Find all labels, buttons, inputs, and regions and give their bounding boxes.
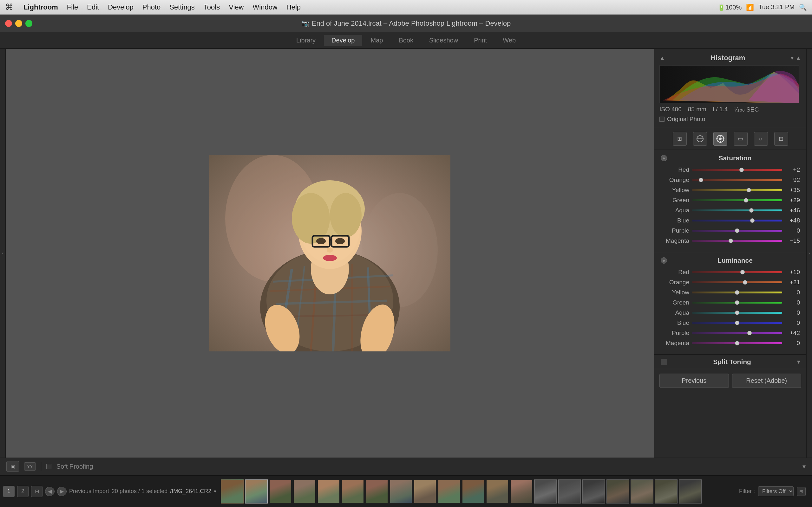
sat-red-track[interactable] [692,169,782,171]
filmstrip-file-dropdown[interactable]: ▾ [214,488,216,494]
sat-orange-thumb[interactable] [699,178,703,182]
lum-aqua-track[interactable] [692,312,782,314]
lum-purple-thumb[interactable] [747,331,752,335]
thumb-6[interactable] [341,480,364,504]
view-mode-button[interactable]: ▣ [6,461,19,472]
right-panel-toggle[interactable]: › [806,49,812,458]
thumb-1[interactable] [221,480,244,504]
tab-slideshow[interactable]: Slideshow [421,35,466,46]
tab-book[interactable]: Book [391,35,421,46]
sat-aqua-thumb[interactable] [749,208,754,213]
thumb-9[interactable] [414,480,437,504]
sat-yellow-thumb[interactable] [747,188,751,192]
sat-green-track[interactable] [692,199,782,201]
soft-proofing-checkbox[interactable] [46,464,51,469]
grid-tool[interactable]: ⊞ [673,132,687,146]
sat-blue-track[interactable] [692,220,782,222]
lum-red-track[interactable] [692,271,782,273]
lum-yellow-track[interactable] [692,291,782,293]
thumb-20[interactable] [679,480,702,504]
apple-logo[interactable]: ⌘ [5,2,13,12]
tab-map[interactable]: Map [363,35,391,46]
left-panel-toggle[interactable]: ‹ [0,49,6,458]
close-button[interactable] [5,20,12,27]
lum-green-thumb[interactable] [735,300,740,305]
rating-mode-button[interactable]: YY [24,462,36,470]
thumb-2[interactable] [245,480,268,504]
lum-orange-track[interactable] [692,281,782,283]
sat-magenta-track[interactable] [692,240,782,242]
filmstrip-prev-button[interactable]: ◀ [45,487,55,496]
thumb-8[interactable] [390,480,412,504]
circle-tool[interactable]: ○ [754,132,768,146]
luminance-toggle[interactable]: ● [661,257,667,264]
lum-red-thumb[interactable] [740,270,745,274]
thumb-19[interactable] [655,480,677,504]
target-tool[interactable] [713,132,727,146]
thumb-11[interactable] [462,480,485,504]
thumb-4[interactable] [293,480,316,504]
dropdown-icon[interactable]: ▾ [803,463,806,470]
menu-edit[interactable]: Edit [87,3,99,11]
menu-window[interactable]: Window [253,3,277,11]
tab-web[interactable]: Web [495,35,523,46]
lum-yellow-thumb[interactable] [735,290,740,295]
menu-file[interactable]: File [67,3,78,11]
reset-button[interactable]: Reset (Adobe) [732,374,802,388]
thumb-13[interactable] [510,480,533,504]
menu-develop[interactable]: Develop [108,3,134,11]
menu-photo[interactable]: Photo [142,3,161,11]
thumb-7[interactable] [365,480,388,504]
tab-print[interactable]: Print [466,35,495,46]
histogram-dropdown-icon[interactable]: ▾ [791,55,794,61]
sat-aqua-track[interactable] [692,210,782,211]
lum-purple-track[interactable] [692,332,782,334]
menu-search-icon[interactable]: 🔍 [799,3,807,11]
lum-blue-thumb[interactable] [735,321,740,325]
lum-orange-thumb[interactable] [743,280,747,285]
page-2-button[interactable]: 2 [17,486,29,497]
sat-purple-track[interactable] [692,230,782,232]
thumb-10[interactable] [438,480,461,504]
page-1-button[interactable]: 1 [3,486,14,497]
thumb-17[interactable] [606,480,629,504]
previous-button[interactable]: Previous [659,374,729,388]
maximize-button[interactable] [26,20,32,27]
filter-options-button[interactable]: ⊞ [797,487,806,496]
filmstrip-grid-button[interactable]: ⊞ [31,486,43,497]
saturation-toggle[interactable]: ● [661,155,667,161]
tab-develop[interactable]: Develop [324,35,362,46]
sat-orange-track[interactable] [692,179,782,181]
split-toning-section[interactable]: Split Toning ▾ [654,354,806,369]
filmstrip-file[interactable]: /IMG_2641.CR2 [170,488,211,495]
menu-help[interactable]: Help [287,3,301,11]
thumb-18[interactable] [630,480,653,504]
filmstrip-next-button[interactable]: ▶ [57,487,67,496]
sat-purple-thumb[interactable] [735,228,740,233]
thumb-5[interactable] [317,480,340,504]
sat-yellow-track[interactable] [692,189,782,191]
slider-tool[interactable]: ⊟ [774,132,788,146]
lum-blue-track[interactable] [692,322,782,324]
filter-select[interactable]: Filters Off [758,487,794,496]
sat-green-thumb[interactable] [744,198,748,203]
thumb-12[interactable] [486,480,509,504]
minimize-button[interactable] [15,20,22,27]
lum-magenta-thumb[interactable] [735,341,740,345]
menu-lightroom[interactable]: Lightroom [23,3,58,11]
menu-view[interactable]: View [229,3,244,11]
thumb-14[interactable] [534,480,557,504]
rect-tool[interactable]: ▭ [734,132,748,146]
tab-library[interactable]: Library [289,35,323,46]
thumb-3[interactable] [269,480,292,504]
menu-tools[interactable]: Tools [204,3,220,11]
lum-green-track[interactable] [692,302,782,303]
sat-blue-thumb[interactable] [750,218,755,223]
crop-tool[interactable] [693,132,707,146]
sat-red-thumb[interactable] [740,168,744,172]
thumb-15[interactable] [558,480,581,504]
sat-magenta-thumb[interactable] [728,239,733,243]
original-photo-checkbox[interactable] [659,117,664,122]
menu-settings[interactable]: Settings [169,3,195,11]
lum-aqua-thumb[interactable] [735,311,740,315]
